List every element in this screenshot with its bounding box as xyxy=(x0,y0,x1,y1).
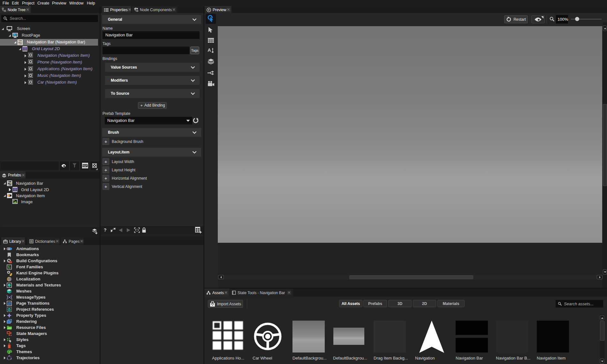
svg-text:r: r xyxy=(9,266,11,269)
svg-text:A: A xyxy=(208,47,211,53)
